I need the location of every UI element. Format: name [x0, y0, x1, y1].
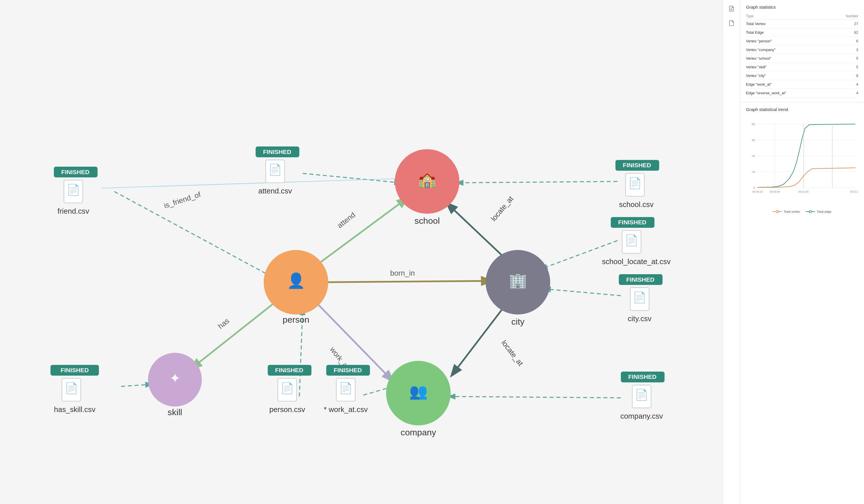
svg-text:attend.csv: attend.csv — [258, 187, 292, 195]
edge-label-born-in: born_in — [390, 269, 415, 277]
svg-text:00:30:30: 00:30:30 — [770, 190, 780, 193]
stats-number: 4 — [832, 80, 858, 89]
stats-row: Total Vertex27 — [746, 20, 858, 28]
legend-vertex-label: Total vertex — [784, 210, 800, 213]
svg-text:00:31:00: 00:31:00 — [799, 190, 808, 193]
svg-text:📄: 📄 — [280, 382, 294, 395]
stats-type: Vertex "city" — [746, 72, 832, 80]
svg-text:FINISHED: FINISHED — [334, 367, 362, 373]
edge-label-locate-company: locate_at — [500, 339, 525, 367]
file-city-csv: FINISHED 📄 city.csv — [619, 274, 662, 323]
edge-company-csv — [449, 396, 621, 398]
file-doc-friend: 📄 — [67, 183, 80, 196]
edge-city-csv — [545, 289, 621, 296]
edge-has — [192, 299, 279, 368]
vertex-line — [757, 168, 855, 187]
svg-text:FINISHED: FINISHED — [275, 367, 303, 373]
node-label-person: person — [283, 315, 309, 324]
badge-label-friend: FINISHED — [61, 169, 89, 175]
edge-school-csv — [457, 181, 617, 183]
stats-number: 8 — [832, 72, 858, 80]
right-panel: Graph statistics Type Number Total Verte… — [740, 0, 864, 504]
stats-number: 27 — [832, 20, 858, 28]
svg-text:FINISHED: FINISHED — [618, 219, 646, 225]
icon-btn-2[interactable] — [726, 17, 737, 29]
file-person-csv: FINISHED 📄 person.csv — [268, 365, 311, 414]
trend-title: Graph statistical trend — [746, 107, 858, 112]
node-label-skill: skill — [168, 407, 182, 417]
icon-btn-1[interactable] — [726, 3, 737, 14]
file-company-csv: FINISHED 📄 company.csv — [621, 372, 664, 420]
stats-type: Edge "reverse_work_at" — [746, 89, 832, 97]
svg-text:00:30:19: 00:30:19 — [752, 190, 763, 193]
graph-svg: is_friend_of attend born_in work_at — [0, 0, 740, 504]
svg-text:00:31:30: 00:31:30 — [850, 190, 858, 193]
graph-area: is_friend_of attend born_in work_at — [0, 0, 740, 504]
svg-text:school_locate_at.csv: school_locate_at.csv — [602, 257, 671, 266]
stats-type: Total Edge — [746, 28, 832, 37]
node-label-city: city — [511, 317, 525, 327]
stats-row: Vertex "person"6 — [746, 37, 858, 46]
svg-text:0: 0 — [754, 186, 755, 189]
svg-point-65 — [809, 210, 812, 213]
svg-text:FINISHED: FINISHED — [263, 148, 291, 155]
file-work-at-csv: FINISHED 📄 * work_at.csv — [324, 365, 370, 414]
node-label-company: company — [400, 428, 436, 437]
stats-number: 5 — [832, 54, 858, 63]
svg-text:company.csv: company.csv — [621, 412, 663, 420]
svg-text:has_skill.csv: has_skill.csv — [54, 405, 96, 414]
col-number: Number — [832, 13, 858, 20]
svg-text:FINISHED: FINISHED — [626, 276, 655, 283]
stats-number: 6 — [832, 37, 858, 46]
svg-text:📄: 📄 — [635, 389, 648, 401]
stats-type: Total Vertex — [746, 20, 832, 28]
svg-text:20: 20 — [752, 170, 756, 173]
legend-edge-label: Total edge — [817, 210, 831, 213]
svg-text:FINISHED: FINISHED — [623, 162, 651, 168]
stats-number: 5 — [832, 63, 858, 72]
svg-text:school.csv: school.csv — [619, 200, 653, 208]
skill-icon: ✦ — [169, 371, 181, 386]
svg-text:60: 60 — [752, 138, 756, 142]
svg-point-63 — [776, 210, 779, 213]
stats-type: Vertex "school" — [746, 54, 832, 63]
edge-label-is-friend: is_friend_of — [163, 190, 202, 210]
edge-skill-node — [121, 384, 152, 386]
stats-row: Vertex "skill"5 — [746, 63, 858, 72]
stats-type: Vertex "company" — [746, 46, 832, 54]
stats-table: Type Number Total Vertex27Total Edge82Ve… — [746, 13, 858, 97]
svg-text:📄: 📄 — [633, 291, 646, 304]
stats-number: 82 — [832, 28, 858, 37]
edge-label-locate-school: locate_at — [489, 195, 515, 223]
svg-text:📄: 📄 — [65, 382, 78, 395]
file-friend: FINISHED 📄 friend.csv — [54, 167, 97, 215]
stats-type: Vertex "person" — [746, 37, 832, 46]
person-icon: 👤 — [287, 272, 305, 290]
file-school-csv: FINISHED 📄 school.csv — [615, 160, 659, 208]
svg-text:person.csv: person.csv — [269, 405, 305, 414]
svg-text:* work_at.csv: * work_at.csv — [324, 405, 368, 414]
company-icon: 👥 — [409, 383, 428, 400]
stats-row: Total Edge82 — [746, 28, 858, 37]
col-type: Type — [746, 13, 832, 20]
svg-text:FINISHED: FINISHED — [628, 373, 657, 380]
stats-number: 4 — [832, 89, 858, 97]
legend-edge: Total edge — [806, 210, 831, 213]
file-label-friend: friend.csv — [57, 207, 89, 215]
stats-row: Vertex "company"3 — [746, 46, 858, 54]
edge-born-in — [323, 281, 491, 282]
file-attend: FINISHED 📄 attend.csv — [256, 146, 299, 195]
trend-chart: 0 20 40 60 80 00:30:19 00:30:30 00:31:00… — [746, 115, 858, 208]
legend-vertex: Total vertex — [773, 210, 800, 213]
svg-text:80: 80 — [752, 123, 756, 126]
svg-text:📄: 📄 — [625, 234, 638, 247]
file-has-skill: FINISHED 📄 has_skill.csv — [50, 365, 99, 414]
stats-type: Edge "work_at" — [746, 80, 832, 89]
stats-panel: Graph statistics Type Number Total Verte… — [740, 0, 864, 102]
stats-row: Vertex "city"8 — [746, 72, 858, 80]
svg-text:📄: 📄 — [339, 382, 353, 395]
city-icon: 🏢 — [509, 272, 527, 290]
stats-number: 3 — [832, 46, 858, 54]
stats-row: Vertex "school"5 — [746, 54, 858, 63]
trend-panel: Graph statistical trend 0 20 40 60 80 — [740, 102, 864, 504]
